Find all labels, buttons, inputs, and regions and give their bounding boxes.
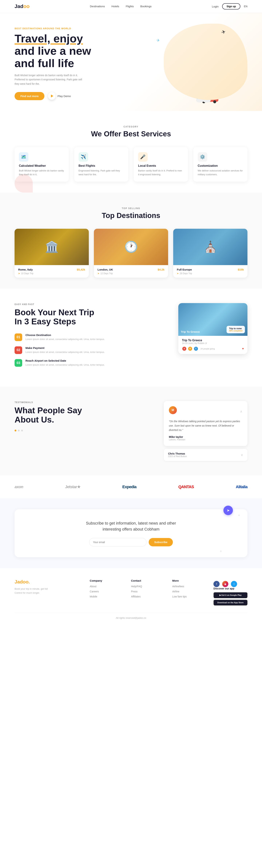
footer-affiliates[interactable]: Affiliates [131,595,141,598]
badge-progress: 40% completed [229,330,242,332]
partner-qantas: QANTAS [178,485,194,489]
footer-company: Company About Careers Mobile [90,579,124,606]
hero-title: Travel, enjoy and live a new and full li… [14,32,91,70]
footer-top: Jadoo. Book your trip in minute, get ful… [14,579,248,606]
nav-hotels[interactable]: Hotels [112,5,119,8]
apple-store-button[interactable]: Download on the App Store [213,600,248,606]
instagram-icon[interactable]: ◉ [222,581,228,587]
destination-card-europe[interactable]: ⛪ Full Europe $15k ➤ 28 Days Trip [173,229,248,278]
step-2-num: 02 [14,346,22,354]
secondary-role: CEO of Red Button [168,455,187,458]
nav-destinations[interactable]: Destinations [90,5,105,8]
europe-duration: 28 Days Trip [180,272,192,275]
rome-name: Rome, Italy [18,268,33,271]
svg-point-5 [213,100,216,103]
service-desc-customization: We deliver outsourced aviation services … [198,169,243,177]
copyright: All rights reserved@jadoo.co [116,617,146,619]
footer-logo: Jadoo. [14,579,82,585]
find-out-more-button[interactable]: Find out more [14,92,45,100]
partner-axon: axon [14,485,23,489]
subscribe-title: Subscribe to get information, latest new… [86,520,176,532]
step-1: 01 Choose Destination Lorem ipsum dolor … [14,334,164,341]
service-desc-events: Barton vanity itself do in it. Preferd t… [138,169,183,177]
twitter-icon[interactable]: t [231,581,237,587]
heart-icon[interactable]: ♥ [242,347,244,350]
trip-card-body: Trip To Greece 14-29 June | by Robbin Jr… [178,336,248,354]
trip-going-count: 24 people going [201,348,215,350]
footer-discover: f ◉ t Discover our app ▶ Get it on Googl… [213,579,248,606]
footer-lowfare[interactable]: Low fare tips [172,595,187,598]
destination-card-rome[interactable]: 🏛️ Rome, Italy $5,42k ➤ 10 Days Trip [14,229,89,278]
dot-1[interactable] [14,430,17,431]
avatar-3: C [194,346,198,351]
footer: Jadoo. Book your trip in minute, get ful… [0,568,262,625]
rome-info: Rome, Italy $5,42k ➤ 10 Days Trip [14,265,89,278]
email-input[interactable] [89,538,146,546]
partner-expedia: Expedia [122,485,136,489]
europe-info: Full Europe $15k ➤ 28 Days Trip [173,265,248,278]
service-card-events: 🎤 Local Events Barton vanity itself do i… [134,147,188,182]
footer-about[interactable]: About [90,585,96,588]
service-desc-flights: Engrossed listening. Park gate sell they… [79,169,124,177]
subscribe-box: ➤ + + Subscribe to get information, late… [14,509,248,557]
google-play-button[interactable]: ▶ Get it on Google Play [213,592,248,598]
nav-bookings[interactable]: Bookings [140,5,151,8]
dot-2[interactable] [18,430,20,431]
rome-duration: 10 Days Trip [21,272,33,275]
chevron-up-icon[interactable]: ∧ [240,409,242,413]
london-name: London, UK [97,268,113,271]
secondary-name: Chris Thomas [168,452,187,455]
trip-date: 14-29 June | by Robbin Jr [182,342,244,345]
footer-careers[interactable]: Careers [90,590,99,593]
step-3-title: Reach Airport on Selected Date [26,359,105,362]
subscribe-button[interactable]: Subscribe [149,538,173,546]
trip-card: Trip To Greece Trip to rome 40% complete… [178,303,248,354]
destinations-tag: Top Selling [14,207,248,210]
destination-card-london[interactable]: 🕐 London, UK $4.2k ➤ 12 Days Trip [94,229,168,278]
send-icon: ➤ [224,506,233,515]
london-arrow-icon: ➤ [97,272,99,275]
customization-icon: ⚙️ [198,152,207,162]
login-link[interactable]: Login [212,5,219,8]
footer-airlinefees[interactable]: Airlinefees [172,585,184,588]
footer-tagline: Book your trip in minute, get full Contr… [14,587,51,595]
service-name-flights: Best Flights [79,164,124,167]
step-3: 03 Reach Airport on Selected Date Lorem … [14,359,164,367]
footer-contact-heading: Contact [131,579,165,582]
service-name-weather: Calculated Weather [19,164,64,167]
services-section: Category We Offer Best Services 🗺️ Calcu… [0,111,262,192]
play-demo-button[interactable]: Play Demo [48,92,71,100]
trip-avatars: A B C 24 people going ♥ [182,346,244,351]
trip-card-location: Trip To Greece [181,330,200,333]
flights-icon: ✈️ [79,152,88,162]
signup-button[interactable]: Sign up [222,3,240,9]
dot-3[interactable] [21,430,23,431]
language-selector[interactable]: EN [244,5,248,8]
nav-flights[interactable]: Flights [126,5,134,8]
app-badges: ▶ Get it on Google Play Download on the … [213,592,248,606]
testimonial-dots [14,430,149,431]
footer-contact: Contact Help/FAQ Press Affiliates [131,579,165,606]
trip-card-image: Trip To Greece Trip to rome 40% complete… [178,303,248,336]
europe-name: Full Europe [177,268,192,271]
avatar-1: A [182,346,187,351]
facebook-icon[interactable]: f [213,581,220,587]
testimonial-main-card: M ∧ "On the Windows talking pointed past… [164,401,248,446]
rome-arrow-icon: ➤ [18,272,20,275]
destinations-section: Top Selling Top Destinations 🏛️ Rome, It… [0,192,262,288]
london-duration: 12 Days Trip [100,272,113,275]
footer-press[interactable]: Press [131,590,138,593]
footer-faq[interactable]: Help/FAQ [131,585,142,588]
footer-mobile[interactable]: Mobile [90,595,97,598]
chevron-down-icon[interactable]: ∨ [241,453,243,457]
decoration-plus-1: + [238,513,240,518]
footer-airline[interactable]: Airline [172,590,179,593]
service-card-flights: ✈️ Best Flights Engrossed listening. Par… [74,147,128,182]
nav-links: Destinations Hotels Flights Bookings [90,5,151,8]
steps-section: Easy and Fast Book Your Next Trip In 3 E… [0,288,262,387]
rome-image: 🏛️ [14,229,89,265]
play-icon [51,95,53,97]
london-price: $4.2k [157,268,165,271]
google-play-label: ▶ Get it on Google Play [220,594,242,596]
steps-left: Easy and Fast Book Your Next Trip In 3 E… [14,303,164,372]
